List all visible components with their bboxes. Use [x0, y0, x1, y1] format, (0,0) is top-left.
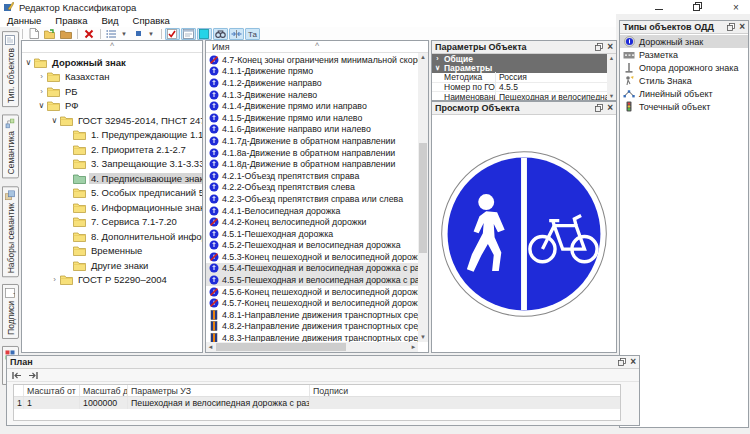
chevron-collapsed-icon[interactable]: › [37, 72, 46, 81]
list-item[interactable]: 4.5.5-Пешеходная и велосипедная дорожка … [206, 274, 418, 286]
list-vertical-scrollbar[interactable]: ▲ ▼ [418, 53, 428, 342]
search-toggle-button[interactable] [213, 28, 228, 40]
tree-item[interactable]: 1. Предупреждающие 1.1-1.34.3 [22, 128, 202, 143]
side-tab-0[interactable]: Тип. объектов [2, 31, 19, 107]
tree-item[interactable]: 7. Сервиса 7.1-7.20 [22, 215, 202, 230]
list-item[interactable]: 4.5.6-Конец пешеходной и велосипедной до… [206, 286, 418, 298]
list-item[interactable]: 4.1.3-Движение налево [206, 89, 418, 101]
list-item[interactable]: 4.1.7д-Движение в обратном направлении [206, 135, 418, 147]
list-item[interactable]: 4.8.1-Направление движения транспортных … [206, 309, 418, 321]
menu-item-1[interactable]: Правка [48, 15, 94, 26]
tree-item[interactable]: ›Казахстан [22, 70, 202, 85]
list-item[interactable]: 4.1.8д-Движение в обратном направлении [206, 158, 418, 170]
chevron-down-icon[interactable]: ▼ [121, 31, 127, 37]
plan-cell[interactable]: 1000000 [80, 397, 128, 409]
list-item[interactable]: 4.8.3-Направление движения транспортных … [206, 332, 418, 342]
object-type-item[interactable]: Стиль Знака [620, 74, 748, 87]
chevron-expanded-icon[interactable]: ∨ [50, 116, 59, 125]
menu-item-2[interactable]: Вид [94, 15, 125, 26]
chevron-expanded-icon[interactable]: ∨ [37, 101, 46, 110]
list-item[interactable]: 4.1.5-Движение прямо или налево [206, 112, 418, 124]
chevron-collapsed-icon[interactable]: › [434, 55, 441, 62]
close-panel-icon[interactable]: × [739, 22, 745, 32]
validate-toggle-button[interactable] [165, 28, 180, 40]
close-panel-icon[interactable]: × [607, 42, 613, 52]
close-panel-icon[interactable]: × [607, 103, 613, 113]
minimize-button[interactable] [655, 5, 663, 10]
list-dropdown-button[interactable]: ▼ [104, 28, 129, 40]
close-button[interactable]: × [730, 1, 742, 13]
param-value[interactable]: Пешеходная и велосипедная дорожка с ... [496, 92, 607, 100]
list-column-header[interactable]: Имя ˄ [206, 41, 428, 53]
tree-item[interactable]: Другие знаки [22, 258, 202, 273]
scroll-down-icon[interactable]: ▼ [607, 93, 616, 99]
object-type-item[interactable]: Опора дорожного знака [620, 61, 748, 74]
list-item[interactable]: 4.8.2-Направление движения транспортных … [206, 321, 418, 333]
tree-column-header[interactable]: ˄ [22, 41, 202, 53]
label-toggle-button[interactable]: Та [245, 28, 260, 40]
object-type-item[interactable]: Линейный объект [620, 87, 748, 100]
chevron-down-icon[interactable]: ▼ [148, 31, 154, 37]
list-item[interactable]: 4.4.1-Велосипедная дорожка [206, 205, 418, 217]
object-type-item[interactable]: Точечный объект [620, 100, 748, 113]
menu-item-0[interactable]: Данные [0, 15, 48, 26]
marker-dropdown-button[interactable]: ▼ [131, 28, 156, 40]
dock-toggle-button[interactable] [229, 28, 244, 40]
param-group-collapsed[interactable]: ›Общие [432, 54, 607, 64]
plan-cell[interactable]: 1 [24, 397, 80, 409]
plan-column-header[interactable]: Подписи [310, 385, 620, 396]
plan-cell[interactable]: Пешеходная и велосипедная дорожка с разд… [128, 397, 310, 409]
param-field[interactable]: НаименованиеПешеходная и велосипедная до… [432, 92, 607, 100]
list-item[interactable]: 4.5.7-Конец пешеходной и велосипедной до… [206, 297, 418, 309]
scrollbar-thumb[interactable] [216, 343, 346, 351]
object-type-item[interactable]: Разметка [620, 48, 748, 61]
list-item[interactable]: 4.1.4-Движение прямо или направо [206, 100, 418, 112]
restore-button[interactable] [693, 4, 700, 11]
plan-row-header[interactable]: 1 [14, 397, 24, 409]
list-item[interactable]: 4.5.4-Пешеходная и велосипедная дорожка … [206, 263, 418, 275]
tree-item[interactable]: ∨Дорожный знак [22, 55, 202, 70]
chevron-collapsed-icon[interactable]: › [37, 87, 46, 96]
object-type-item[interactable]: Дорожный знак [620, 35, 748, 48]
chevron-expanded-icon[interactable]: ∨ [434, 64, 441, 72]
side-tab-2[interactable]: Наборы семантик [2, 186, 19, 277]
list-item[interactable]: 4.1.6-Движение направо или налево [206, 124, 418, 136]
scroll-up-icon[interactable]: ▲ [607, 55, 616, 61]
menu-item-3[interactable]: Справка [126, 15, 177, 26]
side-tab-3[interactable]: ПодписиT [2, 284, 19, 339]
collapse-row-icon[interactable] [12, 371, 23, 380]
new-button[interactable] [26, 28, 41, 40]
scrollbar-thumb[interactable] [419, 143, 427, 253]
scroll-up-icon[interactable]: ▲ [418, 53, 428, 62]
list-item[interactable]: 4.5.2-Пешеходная и велосипедная дорожка [206, 240, 418, 252]
list-item[interactable]: 4.2.3-Объезд препятствия справа или слев… [206, 193, 418, 205]
list-item[interactable]: 4.5.3-Конец пешеходной и велосипедной до… [206, 251, 418, 263]
list-item[interactable]: 4.2.2-Объезд препятствия слева [206, 182, 418, 194]
plan-cell[interactable] [310, 397, 620, 409]
plan-column-header[interactable]: Масштаб от [24, 385, 80, 396]
list-item[interactable]: 4.1.2-Движение направо [206, 77, 418, 89]
plan-column-header[interactable]: Масштаб до [80, 385, 128, 396]
params-scrollbar[interactable]: ▲ ▼ [607, 54, 616, 100]
tree-item[interactable]: 6. Информационные знаки 6.1-6.21.2 [22, 200, 202, 215]
open-button[interactable] [42, 28, 57, 40]
tree-item[interactable]: 5. Особых предписаний 5.1-5.34 [22, 186, 202, 201]
scroll-down-icon[interactable]: ▼ [418, 333, 428, 342]
plan-column-header[interactable]: Параметры УЗ [128, 385, 310, 396]
scroll-right-icon[interactable]: ► [409, 342, 418, 352]
float-panel-icon[interactable] [595, 104, 603, 112]
tree-item[interactable]: ›ГОСТ Р 52290–2004 [22, 273, 202, 288]
list-item[interactable]: 4.7-Конец зоны ограничения минимальной с… [206, 54, 418, 66]
param-value[interactable]: 4.5.5 [496, 82, 607, 92]
folder-button[interactable] [58, 28, 73, 40]
list-item[interactable]: 4.4.2-Конец велосипедной дорожки [206, 216, 418, 228]
list-item[interactable]: 4.1.1-Движение прямо [206, 66, 418, 78]
form-toggle-button[interactable] [181, 28, 196, 40]
float-panel-icon[interactable] [618, 358, 626, 366]
tree-item[interactable]: ›РБ [22, 84, 202, 99]
list-item[interactable]: 4.1.8а-Движение в обратном направлении [206, 147, 418, 159]
list-item[interactable]: 4.5.1-Пешеходная дорожка [206, 228, 418, 240]
delete-button[interactable] [81, 28, 96, 40]
param-value[interactable]: Россия [496, 72, 607, 82]
list-item[interactable]: 4.2.1-Объезд препятствия справа [206, 170, 418, 182]
